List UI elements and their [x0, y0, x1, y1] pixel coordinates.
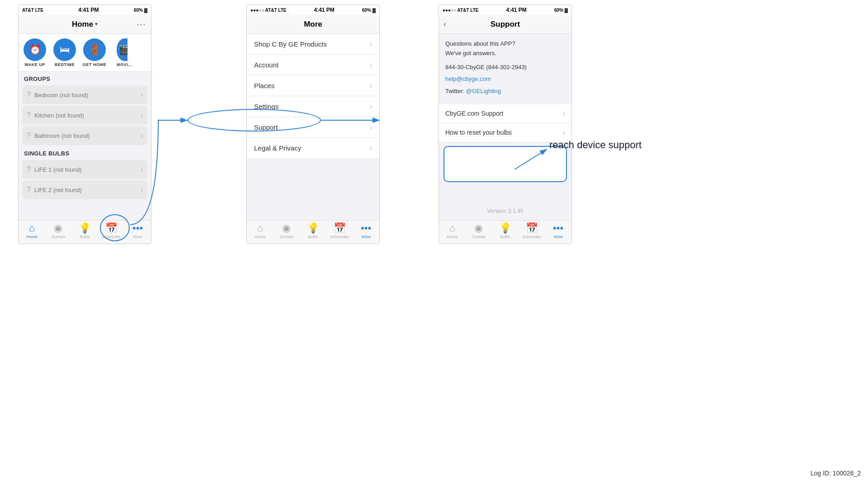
back-chevron-icon: ‹ — [443, 19, 446, 29]
single-bulbs-title: SINGLE BULBS — [19, 146, 151, 159]
chevron-right-icon: › — [563, 128, 565, 136]
page-title-home[interactable]: Home ▾ — [72, 20, 98, 29]
scene-wakeup-icon: ⏰ — [24, 38, 46, 61]
menu-settings-label: Settings — [254, 103, 370, 110]
menu-item-places[interactable]: Places › — [247, 75, 379, 96]
tab-bar-3: ⌂ Home ◉ Scenes 💡 Bulbs 📅 Schedules ••• … — [439, 220, 571, 244]
menu-account-label: Account — [254, 61, 370, 69]
scene-gethome-label: GET HOME — [83, 62, 106, 67]
tab-bulbs-2[interactable]: 💡 Bulbs — [300, 222, 326, 239]
battery-2: 60% ▓ — [362, 8, 376, 13]
group-kitchen-label: Kitchen (not found) — [34, 112, 137, 119]
chevron-right-icon: › — [141, 132, 143, 139]
screen-support: ●●●○○ AT&T LTE 4:41 PM 60% ▓ ‹ Support Q… — [439, 5, 572, 244]
menu-item-shop[interactable]: Shop C By GE Products › — [247, 34, 379, 55]
tab-bar-1: ⌂ Home ◉ Scenes 💡 Bulbs 📅 Schedules ••• … — [19, 220, 151, 244]
reset-bulbs-label: How to reset your bulbs — [445, 129, 563, 136]
group-bedroom-label: Bedroom (not found) — [34, 92, 137, 99]
menu-item-settings[interactable]: Settings › — [247, 96, 379, 117]
tab-more-label-3: More — [553, 235, 563, 239]
tab-schedules[interactable]: 📅 Schedules — [98, 222, 125, 239]
more-menu: Shop C By GE Products › Account › Places… — [247, 34, 379, 159]
tab-schedules-label: Schedules — [102, 235, 121, 239]
scene-wakeup-label: WAKE UP — [24, 62, 45, 67]
chevron-right-icon: › — [370, 123, 372, 132]
page-title-support: Support — [491, 20, 520, 29]
tab-schedules-label-3: Schedules — [522, 235, 541, 239]
home-icon: ⌂ — [449, 222, 455, 234]
battery-3: 60% ▓ — [554, 8, 568, 13]
groups-title: GROUPS — [19, 72, 151, 84]
bulb-life2[interactable]: ? LIFE 2 (not found) › — [22, 180, 147, 199]
support-description: Questions about this APP?We've got answe… — [439, 34, 571, 102]
tab-schedules-2[interactable]: 📅 Schedules — [326, 222, 353, 239]
menu-item-account[interactable]: Account › — [247, 55, 379, 75]
scenes-icon: ◉ — [54, 222, 62, 234]
tab-scenes[interactable]: ◉ Scenes — [45, 222, 72, 239]
nav-bar-support: ‹ Support — [439, 15, 571, 34]
status-bar-3: ●●●○○ AT&T LTE 4:41 PM 60% ▓ — [439, 5, 571, 15]
chevron-right-icon: › — [370, 40, 372, 48]
scene-wakeup[interactable]: ⏰ WAKE UP — [21, 38, 48, 67]
chevron-down-icon: ▾ — [95, 21, 98, 27]
page-title-more: More — [304, 20, 322, 29]
group-kitchen[interactable]: ? Kitchen (not found) › — [22, 106, 147, 125]
support-email-link[interactable]: help@cbyge.com — [445, 75, 565, 84]
scene-movie[interactable]: 🎬 MOVI... — [111, 38, 138, 67]
time-3: 4:41 PM — [506, 7, 527, 13]
support-question-text: Questions about this APP?We've got answe… — [445, 39, 565, 58]
tab-home-2[interactable]: ⌂ Home — [247, 222, 274, 239]
version-text: Version: 2.1.45 — [439, 203, 571, 219]
log-id: Log ID: 100026_2 — [811, 470, 861, 477]
tab-schedules-3[interactable]: 📅 Schedules — [519, 222, 545, 239]
scene-movie-label: MOVI... — [117, 62, 132, 67]
tab-schedules-label-2: Schedules — [330, 235, 349, 239]
chevron-right-icon: › — [370, 82, 372, 90]
menu-places-label: Places — [254, 82, 370, 89]
status-unknown-icon: ? — [27, 165, 31, 174]
tab-home-3[interactable]: ⌂ Home — [439, 222, 466, 239]
tab-home[interactable]: ⌂ Home — [19, 222, 45, 239]
menu-support-label: Support — [254, 123, 370, 131]
scene-icons-row: ⏰ WAKE UP 🛏 BEDTIME 🚪 GET HOME 🎬 MOVI... — [19, 34, 151, 72]
device-support-highlighted-area[interactable] — [443, 146, 567, 182]
time-1: 4:41 PM — [78, 7, 99, 13]
bulb-life1[interactable]: ? LIFE 1 (not found) › — [22, 160, 147, 179]
schedules-icon: 📅 — [334, 222, 346, 234]
status-unknown-icon: ? — [27, 91, 31, 99]
menu-item-support[interactable]: Support › — [247, 117, 379, 138]
tab-scenes-2[interactable]: ◉ Scenes — [274, 222, 300, 239]
back-button[interactable]: ‹ — [443, 19, 446, 29]
group-bedroom[interactable]: ? Bedroom (not found) › — [22, 85, 147, 104]
chevron-right-icon: › — [370, 61, 372, 69]
tab-bulbs[interactable]: 💡 Bulbs — [71, 222, 98, 239]
tab-more-3[interactable]: ••• More — [545, 222, 571, 239]
tab-bulbs-label-2: Bulbs — [308, 235, 318, 239]
support-phone: 844-30-CbyGE (844-302-2943) — [445, 63, 565, 72]
support-twitter: Twitter: @GELighting — [445, 87, 565, 96]
carrier-2: ●●●○○ AT&T LTE — [250, 8, 286, 13]
chevron-right-icon: › — [370, 103, 372, 111]
nav-bar-more: More — [247, 15, 379, 34]
scene-gethome[interactable]: 🚪 GET HOME — [81, 38, 108, 67]
scenes-icon: ◉ — [282, 222, 291, 234]
tab-bulbs-3[interactable]: 💡 Bulbs — [492, 222, 519, 239]
group-bathroom[interactable]: ? Bathroom (not found) › — [22, 126, 147, 145]
screen-more: ●●●○○ AT&T LTE 4:41 PM 60% ▓ More Shop C… — [246, 5, 380, 244]
scenes-icon: ◉ — [474, 222, 483, 234]
nav-bar-home: Home ▾ ⋯ — [19, 15, 151, 34]
tab-scenes-label-3: Scenes — [472, 235, 486, 239]
tab-more[interactable]: ••• More — [124, 222, 151, 239]
tab-home-label-2: Home — [255, 235, 265, 239]
tab-scenes-3[interactable]: ◉ Scenes — [466, 222, 492, 239]
more-options-button[interactable]: ⋯ — [137, 19, 146, 30]
tab-more-2[interactable]: ••• More — [353, 222, 379, 239]
status-bar-1: AT&T LTE 4:41 PM 60% ▓ — [19, 5, 151, 15]
scene-bedtime[interactable]: 🛏 BEDTIME — [51, 38, 78, 67]
menu-item-legal[interactable]: Legal & Privacy › — [247, 138, 379, 159]
chevron-right-icon: › — [141, 112, 143, 119]
bulb-life2-label: LIFE 2 (not found) — [34, 187, 137, 193]
status-unknown-icon: ? — [27, 132, 31, 140]
twitter-handle-link[interactable]: @GELighting — [466, 88, 501, 94]
support-cbyge-link[interactable]: CbyGE.com Support › — [439, 104, 571, 123]
